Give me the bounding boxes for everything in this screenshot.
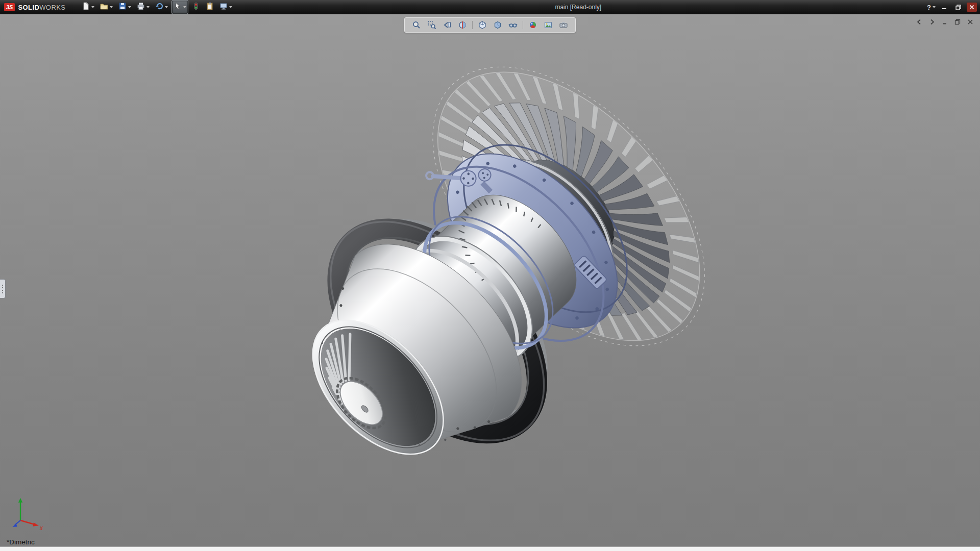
clipboard-icon [206,2,214,12]
chevron-down-icon [146,6,150,8]
hide-show-items-button[interactable] [507,19,519,31]
grip-dots-icon [2,287,3,288]
titlebar-right-controls: ? [927,3,980,12]
chevron-down-icon [183,6,186,8]
help-button[interactable]: ? [927,4,936,11]
zoom-fit-icon [412,20,421,30]
save-button[interactable] [116,0,133,14]
help-label: ? [927,4,931,11]
open-icon [100,2,108,12]
undo-icon [155,2,163,12]
engine-model[interactable] [228,17,755,541]
brand-name-rest: WORKS [39,4,65,11]
undo-button[interactable] [153,0,170,14]
grip-dots-icon [2,285,3,286]
zoom-to-area-button[interactable] [426,19,437,31]
restore-document-button[interactable] [953,18,962,26]
glasses-icon [508,20,518,30]
new-document-button[interactable] [80,0,96,14]
previous-view-button[interactable] [442,19,453,31]
brand-name-bold: SOLID [18,4,39,11]
section-view-button[interactable] [457,19,468,31]
minimize-button[interactable] [939,3,949,12]
titlebar: 3S SOLIDWORKS [0,0,980,14]
grip-dots-icon [2,292,3,293]
file-toolbar [80,0,234,14]
close-document-button[interactable] [966,18,975,26]
graphics-viewport[interactable]: x *Dimetric [0,14,980,547]
toolbar-separator [523,21,523,29]
print-icon [137,2,145,12]
featuremanager-collapsed-tab[interactable] [0,279,6,298]
status-bar [0,546,980,551]
chevron-down-icon [91,6,94,8]
open-button[interactable] [98,0,115,14]
view-settings-button[interactable] [558,19,569,31]
zoom-area-icon [427,20,436,30]
zoom-to-fit-button[interactable] [411,19,422,31]
previous-view-icon [443,20,452,30]
chevron-down-icon [110,6,113,8]
window-title: main [Read-only] [555,0,601,14]
heads-up-view-toolbar [404,17,576,33]
y-axis-arrow-icon [18,498,22,503]
camera-icon [559,20,568,30]
view-orientation-button[interactable] [477,19,488,31]
previous-document-button[interactable] [915,18,924,26]
select-button[interactable] [172,0,188,14]
grip-dots-icon [2,290,3,291]
section-view-icon [458,20,467,30]
new-document-icon [82,2,90,12]
chevron-down-icon [128,6,131,8]
print-button[interactable] [135,0,152,14]
restore-button[interactable] [953,3,963,12]
reference-triad[interactable]: x [10,494,48,532]
chevron-down-icon [165,6,168,8]
appearance-ball-icon [528,20,537,30]
select-cursor-icon [174,2,182,12]
viewport-canvas[interactable] [0,14,980,547]
document-window-controls [915,18,975,26]
solidworks-logo: 3S SOLIDWORKS [0,3,71,11]
display-style-button[interactable] [492,19,503,31]
ds-logo-icon: 3S [4,3,15,11]
scene-icon [544,20,553,30]
minimize-document-button[interactable] [940,18,949,26]
view-cube-icon [478,20,487,30]
x-axis-label: x [39,524,43,532]
x-axis-arrow-icon [33,522,39,527]
solidworks-window: 3S SOLIDWORKS [0,0,980,551]
chevron-down-icon [933,6,936,8]
edit-appearance-button[interactable] [527,19,538,31]
copy-settings-button[interactable] [204,0,216,14]
rebuild-icon [192,2,200,12]
apply-scene-button[interactable] [543,19,554,31]
chevron-down-icon [229,6,232,8]
options-icon [219,2,228,12]
options-button[interactable] [217,0,234,14]
toolbar-separator [472,21,473,29]
close-button[interactable] [967,3,977,12]
brand-name: SOLIDWORKS [18,4,65,11]
view-orientation-label: *Dimetric [7,538,35,546]
display-style-icon [493,20,502,30]
rebuild-button[interactable] [190,0,202,14]
next-document-button[interactable] [927,18,937,26]
save-icon [118,2,127,12]
